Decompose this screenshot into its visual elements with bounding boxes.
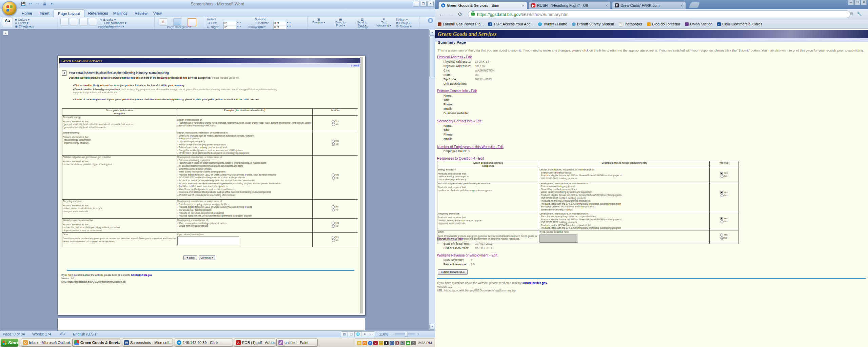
- zoom-slider-thumb[interactable]: [405, 332, 408, 337]
- zoom-in-button[interactable]: +: [417, 332, 419, 336]
- indent-left-spinner[interactable]: ▲▼: [237, 21, 241, 23]
- radio-yes[interactable]: [332, 120, 335, 123]
- help-email-link[interactable]: GGSHelp@bls.gov: [131, 274, 152, 276]
- bookmark-instapaper[interactable]: IInstapaper: [619, 22, 642, 26]
- office-button[interactable]: [2, 1, 17, 16]
- wrench-menu-icon[interactable]: 🔧: [857, 12, 862, 16]
- other-description-textarea[interactable]: [539, 234, 577, 243]
- status-language[interactable]: English (U.S.): [73, 332, 96, 336]
- lock-tray-icon[interactable]: 🔒: [379, 341, 383, 345]
- scroll-thumb[interactable]: [429, 36, 435, 77]
- spellcheck-icon[interactable]: 🖉✓: [59, 332, 66, 336]
- radio-no[interactable]: [332, 208, 335, 211]
- eject-tray-icon[interactable]: ⏏: [406, 341, 410, 345]
- restore-button[interactable]: ❐: [420, 1, 427, 7]
- spacing-before-spinner[interactable]: ▲▼: [287, 21, 291, 23]
- word-title-bar[interactable]: 💾 ↶ ↷ 🖶 ▾ Screenshots - Microsoft Word —…: [0, 0, 435, 8]
- view-web-layout-button[interactable]: 🌐: [354, 331, 361, 337]
- other-description-textarea[interactable]: [177, 237, 239, 245]
- antivirus-tray-icon[interactable]: V: [373, 341, 378, 345]
- section-employees-link[interactable]: Number of Employees at this Worksite - E…: [437, 145, 504, 149]
- task-adobe[interactable]: AEOB (1).pdf - Adobe Re...: [234, 339, 275, 347]
- bookmark-landfill[interactable]: Landfill Gas Power Pla...: [438, 22, 484, 26]
- zoom-level[interactable]: 110%: [379, 332, 388, 336]
- columns-button[interactable]: [89, 18, 97, 25]
- view-fullscreen-button[interactable]: ▢: [348, 331, 355, 337]
- tab-insert[interactable]: Insert: [36, 9, 54, 17]
- task-citrix[interactable]: ●146.142.40.39 - Citrix ...: [175, 339, 233, 347]
- close-button[interactable]: ✕: [427, 1, 434, 7]
- section-secondary-contact-link[interactable]: Secondary Contact Info - Edit: [437, 119, 481, 123]
- tab-page-layout[interactable]: Page Layout: [54, 9, 84, 17]
- section-primary-contact-link[interactable]: Primary Contact Info - Edit: [437, 89, 477, 93]
- back-icon[interactable]: ←: [439, 11, 444, 17]
- task-chrome-ggs[interactable]: Green Goods & Servi...: [72, 339, 120, 347]
- tab-stop-selector[interactable]: L: [3, 30, 8, 36]
- section-revenue-link[interactable]: Worksite Revenue or Employment - Edit: [437, 253, 497, 257]
- browser-tab-rush[interactable]: ▶ RUSH - "Headlong Flight" - Off ✕: [529, 1, 611, 9]
- radio-yes[interactable]: [332, 174, 335, 177]
- volume-tray-icon[interactable]: 🔊: [400, 341, 405, 345]
- bookmark-citi[interactable]: cCiti® Commercial Cards: [717, 22, 762, 26]
- logout-link[interactable]: Logout: [351, 64, 359, 67]
- task-paint[interactable]: 🖌untitled - Paint: [276, 339, 318, 347]
- minimize-button[interactable]: —: [848, 0, 854, 5]
- reminder-tray-icon[interactable]: ◷: [362, 341, 367, 345]
- radio-yes[interactable]: [720, 233, 723, 237]
- radio-no[interactable]: [721, 194, 724, 197]
- section-responses-link[interactable]: Responses to Question 4 - Edit: [437, 157, 484, 160]
- task-word[interactable]: WScreenshots - Microsoft...: [122, 339, 173, 347]
- word-vscrollbar[interactable]: ▲ ▼: [429, 29, 435, 330]
- radio-yes[interactable]: [720, 217, 723, 220]
- radio-no[interactable]: [332, 225, 335, 228]
- back-button[interactable]: ◄ Back: [183, 255, 197, 260]
- watermark-button[interactable]: A: [159, 18, 167, 26]
- zoom-out-button[interactable]: −: [391, 332, 393, 336]
- view-print-layout-button[interactable]: ▤: [341, 331, 348, 337]
- address-bar[interactable]: https://ggsdatat.bls.gov/GGS/showSummary…: [468, 11, 850, 18]
- page-color-button[interactable]: [173, 18, 181, 26]
- zoom-slider[interactable]: [395, 333, 415, 334]
- section-physical-address-link[interactable]: Physical Address - Edit: [437, 55, 472, 59]
- tab-home[interactable]: Home: [18, 9, 36, 17]
- radio-yes[interactable]: [720, 172, 723, 175]
- radio-yes[interactable]: [332, 236, 335, 239]
- size-button[interactable]: [79, 18, 87, 25]
- tab-close-icon[interactable]: ✕: [680, 4, 683, 7]
- close-button[interactable]: ✕: [861, 0, 867, 5]
- radio-yes[interactable]: [720, 191, 723, 194]
- scroll-down-arrow[interactable]: ▼: [429, 324, 435, 330]
- radio-no[interactable]: [332, 123, 335, 126]
- radio-yes[interactable]: [332, 222, 335, 225]
- mouse-tray-icon[interactable]: 🖱: [411, 341, 416, 345]
- restore-button[interactable]: ❐: [854, 0, 860, 5]
- bookmark-twitter[interactable]: tTwitter / Home: [538, 22, 567, 26]
- browser-tab-ggs[interactable]: e Green Goods & Services - Sum ✕: [438, 1, 527, 9]
- mute-tray-icon[interactable]: 🔇: [395, 341, 399, 345]
- radio-yes[interactable]: [332, 140, 335, 143]
- radio-no[interactable]: [332, 143, 335, 146]
- start-button[interactable]: Start: [1, 339, 18, 347]
- display-tray-icon[interactable]: 🖵: [390, 341, 394, 345]
- clock[interactable]: 2:23 PM: [418, 341, 432, 345]
- continue-button[interactable]: Continue ►: [199, 255, 215, 260]
- radio-no[interactable]: [332, 239, 335, 242]
- submit-button[interactable]: Submit Data to BLS: [438, 269, 468, 275]
- browser-tab-fark[interactable]: F Drew Curtis' FARK.com ✕: [612, 1, 686, 9]
- radio-no[interactable]: [721, 220, 724, 223]
- page-menu-icon[interactable]: 🗎: [850, 12, 854, 16]
- help-email-link[interactable]: GGSHelp@bls.gov: [521, 281, 547, 285]
- tab-close-icon[interactable]: ✕: [605, 4, 608, 7]
- bookmark-blog[interactable]: Blog do Torcedor: [647, 22, 680, 26]
- status-words[interactable]: Words: 174: [32, 332, 51, 336]
- margins-button[interactable]: [60, 18, 68, 25]
- bookmark-union-station[interactable]: Union Station: [685, 22, 712, 26]
- forward-icon[interactable]: →: [449, 11, 454, 17]
- new-tab-button[interactable]: [689, 2, 700, 8]
- bookmark-brandt[interactable]: 🌐Brandt Survey System: [572, 22, 614, 26]
- tab-close-icon[interactable]: ✕: [522, 4, 525, 7]
- view-draft-button[interactable]: ▭: [368, 331, 375, 337]
- status-page[interactable]: Page: 8 of 34: [3, 332, 25, 336]
- messenger-tray-icon[interactable]: e: [368, 341, 372, 345]
- view-outline-button[interactable]: ≡: [361, 331, 368, 337]
